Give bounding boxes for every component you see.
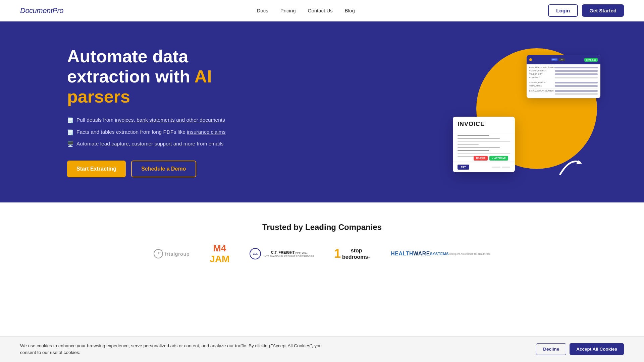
invoice-header: INVOICE	[453, 117, 515, 132]
ct-name: C.T. FREIGHT(PVT.) LTD.	[264, 250, 314, 255]
arrow-decoration	[557, 154, 584, 179]
logo-healthware: HEALTHWARE SYSTEMS Intelligent Automatio…	[391, 245, 490, 262]
headline-text1: Automate dataextraction with AI	[67, 47, 212, 86]
footer-lines	[492, 167, 510, 168]
doc-action-buttons: REJECT ✓ APPROVE	[474, 156, 508, 161]
brand-logo[interactable]: DocumentPro	[20, 6, 63, 15]
invoice-line-6	[458, 150, 489, 151]
row-bar-1	[555, 67, 598, 68]
bullet-1-link[interactable]: invoices, bank statements and other docu…	[115, 117, 225, 123]
nav-contact[interactable]: Contact Us	[308, 8, 333, 13]
hero-buttons: Start Extracting Schedule a Demo	[67, 161, 226, 177]
doc-row-3: VENDOR_CITY	[529, 73, 598, 75]
1stop-text-block: stopbedrooms™	[342, 247, 371, 260]
schedule-demo-button[interactable]: Schedule a Demo	[131, 161, 196, 177]
bullet-3-text: Automate lead capture, customer support …	[76, 140, 224, 148]
row-bar-7	[555, 90, 598, 92]
1stop-text: stopbedrooms™	[342, 247, 371, 260]
row-label-7: BANK_ACCOUNT_NUMBER	[529, 90, 553, 92]
row-label-4: CURRENCY	[529, 76, 553, 78]
doc-card-extraction: demo 360 download PURCHASE_FORMS_NUMBER …	[527, 55, 600, 98]
doc-row-2: VENDOR_NUMBER	[529, 70, 598, 72]
logo-m4jam: M4JAM	[210, 245, 229, 262]
download-btn: download	[584, 58, 598, 62]
invoice-line-1	[458, 135, 489, 136]
approve-button: ✓ APPROVE	[489, 156, 508, 161]
row-bar-2	[555, 70, 598, 72]
reject-button: REJECT	[474, 156, 488, 161]
trusted-title: Trusted by Leading Companies	[34, 223, 610, 232]
invoice-line-3	[458, 141, 510, 142]
nav-actions: Login Get Started	[548, 4, 624, 17]
invoice-footer: PAY	[453, 162, 515, 172]
bullet-2: 🗒️ Facts and tables extraction from long…	[67, 128, 226, 137]
arrow-svg	[557, 154, 584, 178]
tab-demo: demo	[551, 58, 557, 61]
invoice-line-7	[458, 153, 510, 154]
m4jam-text: M4JAM	[210, 243, 229, 264]
1stop-tm: ™	[368, 256, 371, 259]
invoice-title: INVOICE	[458, 121, 510, 128]
nav-links: Docs Pricing Contact Us Blog	[257, 8, 355, 13]
hw-systems: SYSTEMS	[430, 252, 449, 256]
nav-docs[interactable]: Docs	[257, 8, 268, 13]
navbar: DocumentPro Docs Pricing Contact Us Blog…	[0, 0, 644, 21]
login-button[interactable]: Login	[548, 4, 578, 17]
bullet-1-text: Pull details from invoices, bank stateme…	[76, 116, 225, 125]
brand-name: Document	[20, 6, 52, 15]
row-label-2: VENDOR_NUMBER	[529, 70, 553, 72]
doc-row-8	[529, 93, 598, 95]
hw-name: HEALTHWARE	[391, 251, 430, 257]
m4jam-jam: JAM	[210, 254, 229, 264]
row-label-1: PURCHASE_FORMS_NUMBER	[529, 66, 553, 68]
doc-row-1: PURCHASE_FORMS_NUMBER	[529, 66, 598, 68]
logo-ctfreight: C.T. C.T. FREIGHT(PVT.) LTD. INTERNATION…	[250, 245, 314, 262]
footer-line-1	[492, 167, 500, 168]
start-extracting-button[interactable]: Start Extracting	[67, 161, 126, 177]
row-bar-6	[555, 85, 598, 87]
row-label-3: VENDOR_CITY	[529, 73, 553, 75]
bullet-2-link[interactable]: insurance claims	[187, 129, 225, 135]
bullet-2-icon: 🗒️	[67, 128, 74, 137]
m4jam-m4: M4	[213, 243, 226, 253]
ct-sub: INTERNATIONAL FREIGHT FORWARDERS	[264, 255, 314, 257]
logo-frtalgroup: ƒ frtalgroup	[154, 245, 190, 262]
bullet-2-text: Facts and tables extraction from long PD…	[76, 128, 226, 137]
get-started-button[interactable]: Get Started	[582, 4, 624, 17]
nav-pricing[interactable]: Pricing	[280, 8, 296, 13]
frtal-text: frtalgroup	[165, 251, 190, 257]
row-bar-8	[555, 93, 598, 95]
pay-button: PAY	[458, 165, 469, 170]
doc-row-7: BANK_ACCOUNT_NUMBER	[529, 90, 598, 92]
footer-line-2	[502, 167, 510, 168]
row-label-5: VENDOR_AIRPORT	[529, 81, 553, 83]
logo-1stop-bedrooms: 1 stopbedrooms™	[334, 245, 371, 262]
row-bar-3	[555, 73, 598, 75]
headline-ai: AI	[194, 67, 212, 86]
nav-blog[interactable]: Blog	[345, 8, 355, 13]
doc-card-header: demo 360 download	[527, 55, 600, 64]
hero-headline: Automate dataextraction with AI parsers	[67, 47, 226, 107]
hero-content: Automate dataextraction with AI parsers …	[67, 47, 226, 177]
bullet-1: 🗒️ Pull details from invoices, bank stat…	[67, 116, 226, 125]
doc-row-5: VENDOR_AIRPORT	[529, 81, 598, 83]
doc-rows: PURCHASE_FORMS_NUMBER VENDOR_NUMBER VEND…	[527, 64, 600, 98]
hero-section: Automate dataextraction with AI parsers …	[0, 21, 644, 202]
bullet-3-link[interactable]: lead capture, customer support and more	[100, 141, 195, 146]
doc-card-invoice: INVOICE PAY REJECT ✓ A	[453, 117, 515, 172]
invoice-line-2	[458, 138, 500, 139]
invoice-line-5	[458, 147, 500, 148]
row-divider	[529, 80, 598, 80]
row-bar-5	[555, 82, 598, 83]
bullet-1-icon: 🗒️	[67, 116, 74, 125]
hero-bullets: 🗒️ Pull details from invoices, bank stat…	[67, 116, 226, 148]
header-dot	[529, 58, 532, 61]
brand-italic: Pro	[52, 6, 63, 15]
hw-sub: Intelligent Automation for Healthcare	[449, 253, 490, 255]
bullet-3: 🖥️ Automate lead capture, customer suppo…	[67, 140, 226, 148]
headline-parsers: parsers	[67, 87, 226, 107]
logos-row: ƒ frtalgroup M4JAM C.T. C.T. FREIGHT(PVT…	[34, 245, 610, 262]
hw-ware: WARE	[413, 251, 430, 256]
hero-illustration: demo 360 download PURCHASE_FORMS_NUMBER …	[443, 42, 610, 182]
invoice-line-4	[458, 144, 479, 145]
